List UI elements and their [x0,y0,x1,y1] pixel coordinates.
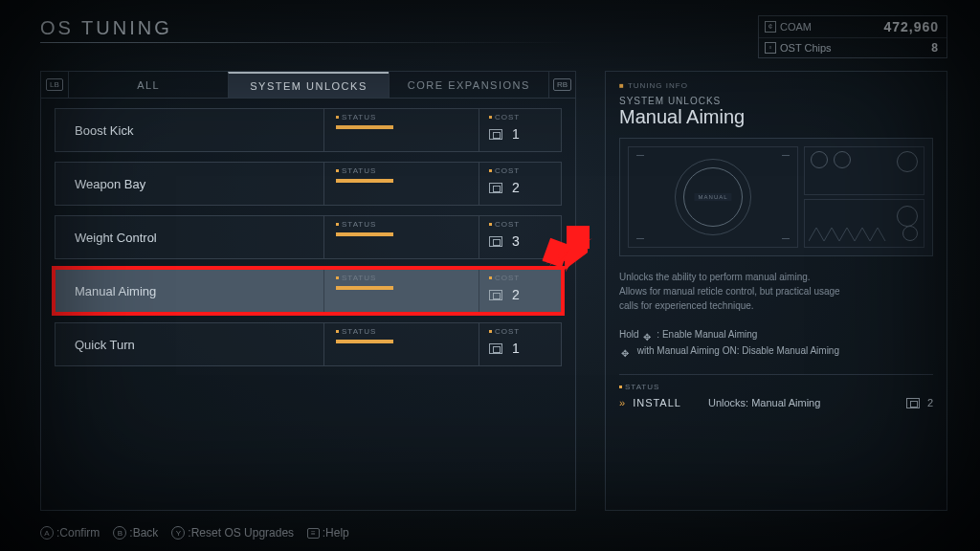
main-panel: LB ALL SYSTEM UNLOCKS CORE EXPANSIONS RB… [40,71,576,511]
list-item[interactable]: Quick Turn STATUS COST 1 [55,322,562,366]
status-label: STATUS [342,113,376,121]
cost-value: 3 [512,233,520,249]
footer-hints: A:Confirm B:Back Y:Reset OS Upgrades ≡:H… [40,526,349,540]
chip-icon [489,236,502,247]
status-bar [336,286,393,290]
reticle-icon: MANUAL [683,167,743,227]
button-menu-icon: ≡ [307,528,320,539]
stick-click-icon: ✥ [643,329,655,341]
control-hints: Hold ✥: Enable Manual Aiming ✥ with Manu… [619,326,933,359]
list-item[interactable]: Weapon Bay STATUS COST 2 [55,162,562,206]
back-hint: :Back [129,526,158,540]
status-bar [336,179,393,183]
chip-icon [906,398,920,408]
button-y-icon: Y [171,526,185,540]
page-title: OS TUNING [40,17,172,39]
chip-icon [489,183,502,193]
status-bar [336,125,393,129]
info-diagram: MANUAL [619,138,933,256]
info-title: Manual Aiming [619,106,933,128]
unlocks-text: Unlocks: Manual Aiming [708,397,820,408]
annotation-arrow-icon [540,218,595,274]
status-bar [336,232,393,236]
list-item-selected[interactable]: Manual Aiming STATUS COST 2 [55,269,562,313]
button-a-icon: A [40,526,54,540]
tab-all[interactable]: ALL [68,72,228,98]
chip-icon [489,290,502,300]
cost-value: 1 [512,341,520,356]
info-status-label: STATUS [625,383,659,391]
item-name: Manual Aiming [56,284,323,298]
confirm-hint: :Confirm [56,526,100,540]
item-name: Quick Turn [56,338,323,352]
item-name: Weight Control [56,231,323,245]
cost-value: 2 [512,180,520,195]
coam-icon: ¢ [765,21,776,33]
coam-label: COAM [780,21,812,33]
chevrons-icon: » [619,397,623,408]
cost-value: 1 [512,126,520,142]
install-cost: 2 [927,397,933,408]
tabs: LB ALL SYSTEM UNLOCKS CORE EXPANSIONS RB [41,72,575,99]
currency-panel: ¢COAM 472,960 ▫OST Chips 8 [758,15,947,58]
reset-hint: :Reset OS Upgrades [188,526,294,540]
info-description: Unlocks the ability to perform manual ai… [619,270,933,313]
stick-click-icon: ✥ [621,345,633,357]
coam-row: ¢COAM 472,960 [759,16,947,38]
tab-core-expansions[interactable]: CORE EXPANSIONS [389,72,548,98]
list-item[interactable]: Weight Control STATUS COST 3 [55,215,562,259]
title-divider [40,42,576,43]
info-header: TUNING INFO [628,81,688,90]
chips-label: OST Chips [780,42,832,54]
reticle-label: MANUAL [695,193,732,201]
chips-value: 8 [931,41,939,55]
info-panel: ■ TUNING INFO SYSTEM UNLOCKS Manual Aimi… [605,71,947,511]
unlock-list: Boost Kick STATUS COST 1 Weapon Bay STAT… [41,99,575,366]
item-name: Boost Kick [56,123,323,138]
chips-row: ▫OST Chips 8 [759,38,947,57]
item-name: Weapon Bay [56,177,323,191]
cost-label: COST [495,113,520,121]
list-item[interactable]: Boost Kick STATUS COST 1 [55,108,562,152]
status-bar [336,340,393,343]
tab-system-unlocks[interactable]: SYSTEM UNLOCKS [228,72,388,98]
chip-icon: ▫ [765,42,776,54]
chip-icon [489,343,502,354]
install-label: INSTALL [633,397,681,408]
coam-value: 472,960 [883,19,939,34]
chip-icon [489,129,502,140]
info-category: SYSTEM UNLOCKS [619,96,933,106]
bumper-right[interactable]: RB [548,72,575,98]
bumper-left[interactable]: LB [41,72,68,98]
help-hint: :Help [323,526,349,540]
button-b-icon: B [113,526,126,540]
cost-value: 2 [512,287,520,302]
